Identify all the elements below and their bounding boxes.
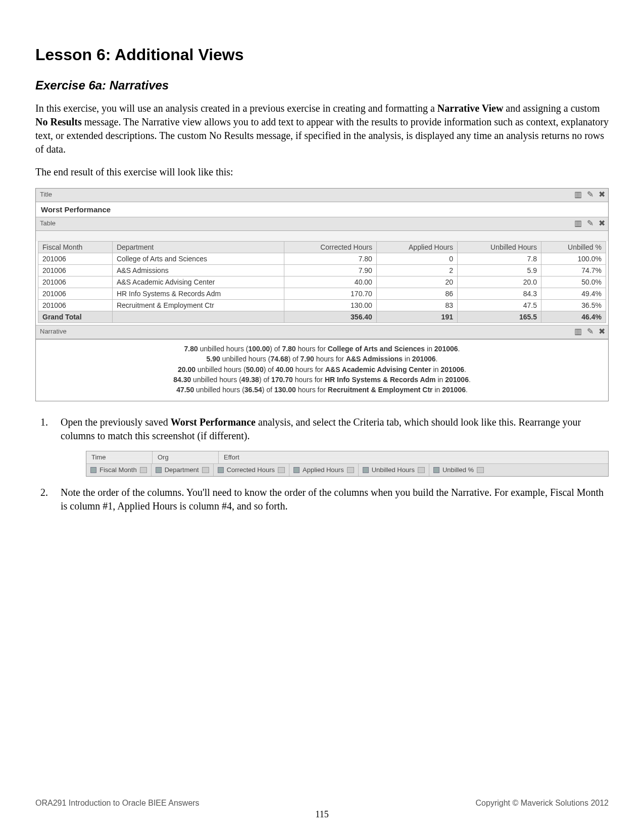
cell: 83 bbox=[376, 300, 457, 311]
cell: 165.5 bbox=[457, 311, 541, 323]
column-menu-icon[interactable] bbox=[140, 467, 147, 473]
footer-right: Copyright © Maverick Solutions 2012 bbox=[476, 799, 609, 808]
lesson-heading: Lesson 6: Additional Views bbox=[35, 45, 609, 64]
cell: 170.70 bbox=[284, 288, 377, 300]
criteria-column[interactable]: Unbilled Hours bbox=[359, 464, 429, 476]
cell: A&S Academic Advising Center bbox=[112, 276, 284, 288]
cell: 5.9 bbox=[457, 265, 541, 276]
cell: 201006 bbox=[38, 265, 113, 276]
cell: 201006 bbox=[38, 300, 113, 311]
col-header: Applied Hours bbox=[376, 242, 457, 253]
column-icon bbox=[293, 467, 300, 473]
cell: 130.00 bbox=[284, 300, 377, 311]
column-icon bbox=[363, 467, 369, 473]
view-header-label: Narrative bbox=[40, 328, 67, 335]
intro-paragraph: In this exercise, you will use an analys… bbox=[35, 102, 609, 156]
column-menu-icon[interactable] bbox=[278, 467, 285, 473]
column-label: Unbilled % bbox=[442, 466, 474, 475]
narrative-line: 20.00 unbilled hours (50.00) of 40.00 ho… bbox=[46, 364, 598, 375]
cell: 7.90 bbox=[284, 265, 377, 276]
table-row: 201006A&S Academic Advising Center40.002… bbox=[38, 276, 606, 288]
layout-icon[interactable]: ▥ bbox=[574, 327, 582, 336]
column-icon bbox=[90, 467, 96, 473]
col-header: Unbilled % bbox=[541, 242, 606, 253]
cell: 46.4% bbox=[541, 311, 606, 323]
criteria-group: Time bbox=[86, 451, 153, 464]
table-row: 201006HR Info Systems & Records Adm170.7… bbox=[38, 288, 606, 300]
view-header-narrative: Narrative ▥ ✎ ✖ bbox=[36, 326, 608, 339]
cell: 49.4% bbox=[541, 288, 606, 300]
step-1: Open the previously saved Worst Performa… bbox=[51, 415, 609, 476]
criteria-column[interactable]: Fiscal Month bbox=[86, 464, 152, 476]
col-header: Corrected Hours bbox=[284, 242, 377, 253]
column-icon bbox=[433, 467, 439, 473]
cell: 191 bbox=[376, 311, 457, 323]
cell: 0 bbox=[376, 253, 457, 265]
edit-icon[interactable]: ✎ bbox=[587, 218, 593, 228]
narrative-view-body: 7.80 unbilled hours (100.00) of 7.80 hou… bbox=[36, 339, 608, 401]
cell: College of Arts and Sciences bbox=[112, 253, 284, 265]
result-screenshot: Title ▥ ✎ ✖ Worst Performance Table ▥ ✎ … bbox=[35, 188, 609, 401]
narrative-line: 84.30 unbilled hours (49.38) of 170.70 h… bbox=[46, 375, 598, 385]
cell: 84.3 bbox=[457, 288, 541, 300]
text: and assigning a custom bbox=[503, 103, 600, 114]
close-icon[interactable]: ✖ bbox=[599, 218, 605, 228]
criteria-columns: Fiscal MonthDepartmentCorrected HoursApp… bbox=[86, 464, 608, 476]
result-lead-in: The end result of this exercise will loo… bbox=[35, 165, 609, 179]
layout-icon[interactable]: ▥ bbox=[574, 218, 582, 228]
criteria-column[interactable]: Department bbox=[152, 464, 214, 476]
exercise-heading: Exercise 6a: Narratives bbox=[35, 78, 609, 92]
table-total-row: Grand Total 356.40 191 165.5 46.4% bbox=[38, 311, 606, 323]
view-header-label: Table bbox=[40, 219, 56, 227]
cell: 50.0% bbox=[541, 276, 606, 288]
narrative-line: 5.90 unbilled hours (74.68) of 7.90 hour… bbox=[46, 354, 598, 364]
view-header-table: Table ▥ ✎ ✖ bbox=[36, 217, 608, 231]
table-row: 201006College of Arts and Sciences7.8007… bbox=[38, 253, 606, 265]
column-menu-icon[interactable] bbox=[418, 467, 425, 473]
cell: 74.7% bbox=[541, 265, 606, 276]
column-label: Corrected Hours bbox=[227, 466, 275, 475]
cell: 7.80 bbox=[284, 253, 377, 265]
col-header: Department bbox=[112, 242, 284, 253]
criteria-column[interactable]: Applied Hours bbox=[289, 464, 359, 476]
analysis-title: Worst Performance bbox=[41, 205, 111, 214]
text-bold: Worst Performance bbox=[171, 416, 256, 428]
cell: 100.0% bbox=[541, 253, 606, 265]
column-menu-icon[interactable] bbox=[202, 467, 209, 473]
cell: 2 bbox=[376, 265, 457, 276]
title-view-body: Worst Performance bbox=[36, 202, 608, 217]
column-menu-icon[interactable] bbox=[347, 467, 354, 473]
edit-icon[interactable]: ✎ bbox=[587, 327, 593, 336]
cell: 201006 bbox=[38, 288, 113, 300]
cell: A&S Admissions bbox=[112, 265, 284, 276]
criteria-group: Effort bbox=[219, 451, 608, 464]
cell: 20 bbox=[376, 276, 457, 288]
layout-icon[interactable]: ▥ bbox=[574, 190, 582, 199]
cell: 40.00 bbox=[284, 276, 377, 288]
footer-left: ORA291 Introduction to Oracle BIEE Answe… bbox=[35, 799, 200, 808]
criteria-subject-areas: Time Org Effort bbox=[86, 451, 608, 464]
column-label: Department bbox=[165, 466, 199, 475]
column-label: Unbilled Hours bbox=[372, 466, 415, 475]
data-table: Fiscal Month Department Corrected Hours … bbox=[38, 241, 606, 323]
col-header: Fiscal Month bbox=[38, 242, 113, 253]
criteria-screenshot: Time Org Effort Fiscal MonthDepartmentCo… bbox=[86, 451, 609, 476]
criteria-column[interactable]: Unbilled % bbox=[429, 464, 488, 476]
view-header-title: Title ▥ ✎ ✖ bbox=[36, 189, 608, 202]
close-icon[interactable]: ✖ bbox=[599, 190, 605, 199]
column-label: Fiscal Month bbox=[100, 466, 137, 475]
cell: 47.5 bbox=[457, 300, 541, 311]
page-number: 115 bbox=[0, 809, 644, 820]
criteria-column[interactable]: Corrected Hours bbox=[214, 464, 289, 476]
table-row: 201006Recruitment & Employment Ctr130.00… bbox=[38, 300, 606, 311]
cell bbox=[112, 311, 284, 323]
table-view-body: Fiscal Month Department Corrected Hours … bbox=[36, 241, 608, 326]
close-icon[interactable]: ✖ bbox=[599, 327, 605, 336]
column-menu-icon[interactable] bbox=[477, 467, 484, 473]
cell: 201006 bbox=[38, 253, 113, 265]
step-2: Note the order of the columns. You'll ne… bbox=[51, 486, 609, 513]
text: In this exercise, you will use an analys… bbox=[35, 103, 437, 114]
narrative-line: 47.50 unbilled hours (36.54) of 130.00 h… bbox=[46, 385, 598, 395]
edit-icon[interactable]: ✎ bbox=[587, 190, 593, 199]
column-label: Applied Hours bbox=[303, 466, 344, 475]
